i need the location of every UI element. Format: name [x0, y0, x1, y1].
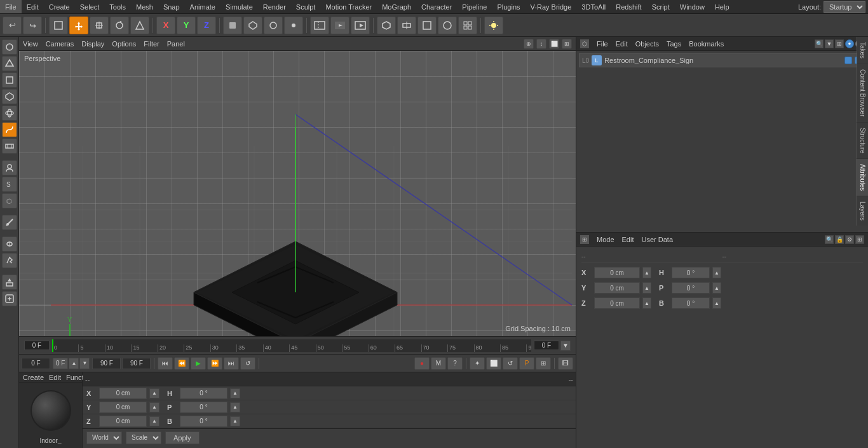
model-mode-button[interactable] — [49, 17, 68, 34]
viewport-menu-filter[interactable]: Filter — [144, 40, 159, 48]
attr-expand-icon[interactable]: ⊞ — [855, 235, 864, 244]
attr-z-pos-input[interactable] — [594, 297, 640, 309]
side-btn-9[interactable]: S — [2, 177, 17, 192]
tab-structure[interactable]: Structure — [857, 123, 868, 160]
menu-edit[interactable]: Edit — [22, 0, 44, 13]
side-btn-7[interactable] — [2, 139, 17, 154]
menu-tools[interactable]: Tools — [104, 0, 131, 13]
objects-menu-objects[interactable]: Objects — [635, 40, 659, 48]
step-back-btn[interactable]: ⏪ — [174, 357, 189, 370]
side-btn-8[interactable] — [2, 160, 17, 175]
viewport-menu-options[interactable]: Options — [112, 40, 136, 48]
material-ball-container[interactable]: Indoor_ — [19, 383, 82, 448]
rotate-tool-button[interactable] — [110, 17, 129, 34]
viewport-icon-4[interactable]: ⊞ — [562, 39, 572, 49]
objects-menu-edit[interactable]: Edit — [616, 40, 628, 48]
coord-b-up-btn[interactable]: ▲ — [230, 416, 240, 426]
key-mode-btn[interactable]: ⬜ — [486, 357, 501, 370]
menu-help[interactable]: Help — [710, 0, 735, 13]
attr-b-input[interactable] — [672, 297, 710, 309]
coord-h-input[interactable] — [180, 388, 227, 399]
menu-script[interactable]: Script — [647, 0, 675, 13]
attr-h-btn[interactable]: ▲ — [712, 267, 721, 278]
coord-b-input[interactable] — [180, 416, 227, 427]
viewport-menu-cameras[interactable]: Cameras — [46, 40, 74, 48]
render-to-picture-viewer-btn[interactable] — [351, 17, 370, 34]
front-view-btn[interactable] — [417, 17, 437, 34]
coord-x-up-btn[interactable]: ▲ — [149, 388, 159, 398]
render-active-view-btn[interactable] — [330, 17, 349, 34]
viewport-icon-1[interactable]: ⊕ — [524, 39, 534, 49]
attr-x-pos-input[interactable] — [594, 267, 640, 278]
right-view-btn[interactable] — [438, 17, 457, 34]
frame-down-btn[interactable]: ▼ — [79, 358, 90, 369]
polygon-mode-btn[interactable] — [243, 17, 262, 34]
side-btn-13[interactable] — [2, 253, 17, 268]
layout-select[interactable]: Startup — [824, 1, 865, 13]
transform-tool-button[interactable] — [130, 17, 149, 34]
side-btn-11[interactable] — [2, 215, 17, 230]
side-btn-15[interactable] — [2, 291, 17, 306]
menu-plugins[interactable]: Plugins — [492, 0, 525, 13]
menu-render[interactable]: Render — [258, 0, 291, 13]
tab-attributes[interactable]: Attributes — [857, 159, 868, 196]
menu-animate[interactable]: Animate — [185, 0, 220, 13]
side-btn-active[interactable] — [2, 122, 17, 137]
motion-help-btn[interactable]: ? — [447, 357, 463, 370]
quad-view-btn[interactable] — [458, 17, 477, 34]
attr-menu-edit[interactable]: Edit — [622, 236, 634, 243]
attr-p-btn[interactable]: ▲ — [712, 282, 721, 294]
menu-mograph[interactable]: MoGraph — [377, 0, 416, 13]
timeline-ruler[interactable]: 0 5 10 15 20 25 30 35 40 45 50 55 60 65 … — [52, 339, 531, 352]
world-dropdown[interactable]: World — [86, 431, 122, 444]
coord-h-up-btn[interactable]: ▲ — [230, 388, 240, 398]
attr-y-pos-input[interactable] — [594, 282, 640, 294]
film-btn[interactable]: 🎞 — [558, 357, 573, 370]
edge-mode-btn[interactable] — [264, 17, 283, 34]
top-view-btn[interactable] — [397, 17, 416, 34]
mat-menu-edit[interactable]: Edit — [49, 374, 61, 381]
motion-path-btn[interactable]: M — [431, 357, 446, 370]
menu-snap[interactable]: Snap — [158, 0, 185, 13]
playback-end-input2[interactable] — [122, 358, 151, 369]
undo-button[interactable]: ↩ — [3, 17, 22, 34]
attr-h-input[interactable] — [672, 267, 710, 278]
side-btn-2[interactable] — [2, 56, 17, 71]
side-btn-5[interactable] — [2, 105, 17, 121]
attr-lock-icon[interactable]: 🔒 — [835, 235, 844, 244]
perspective-btn[interactable] — [377, 17, 396, 34]
axis-z-button[interactable]: Z — [197, 17, 216, 34]
apply-button[interactable]: Apply — [165, 431, 200, 444]
playback-end-input1[interactable] — [92, 358, 121, 369]
frame-up-btn[interactable]: ▲ — [69, 358, 79, 369]
side-btn-10[interactable]: ⬡ — [2, 193, 17, 208]
auto-key-btn[interactable]: ↺ — [503, 357, 518, 370]
objects-dot-blue[interactable]: ● — [845, 39, 854, 48]
menu-redshift[interactable]: Redshift — [611, 0, 646, 13]
menu-create[interactable]: Create — [44, 0, 75, 13]
light-btn[interactable] — [484, 17, 503, 34]
attr-x-pos-btn[interactable]: ▲ — [642, 267, 651, 278]
menu-simulate[interactable]: Simulate — [220, 0, 258, 13]
record-btn[interactable]: ● — [414, 357, 430, 370]
menu-vray[interactable]: V-Ray Bridge — [526, 0, 577, 13]
object-visibility-dot-1[interactable] — [844, 57, 852, 64]
objects-filter-icon[interactable]: ▼ — [825, 39, 834, 48]
playback-start-input[interactable] — [22, 358, 50, 369]
timeline-end-btn[interactable]: ▼ — [560, 341, 571, 351]
loop-btn[interactable]: ↺ — [240, 357, 255, 370]
coord-p-up-btn[interactable]: ▲ — [230, 402, 240, 412]
attr-settings-icon[interactable]: ⚙ — [845, 235, 854, 244]
menu-file[interactable]: File — [0, 0, 22, 13]
grid-key-btn[interactable]: ⊞ — [536, 357, 551, 370]
scale-tool-button[interactable] — [90, 17, 109, 34]
coord-z-input[interactable] — [99, 416, 147, 427]
side-btn-14[interactable] — [2, 275, 17, 290]
objects-add-icon[interactable]: ⊞ — [835, 39, 844, 48]
viewport-icon-3[interactable]: ⬜ — [549, 39, 559, 49]
object-row-compliance-sign[interactable]: L0 L Restroom_Compliance_Sign — [579, 53, 865, 67]
point-mode-btn[interactable] — [284, 17, 303, 34]
menu-mesh[interactable]: Mesh — [131, 0, 158, 13]
side-btn-12[interactable] — [2, 236, 17, 252]
menu-pipeline[interactable]: Pipeline — [457, 0, 492, 13]
